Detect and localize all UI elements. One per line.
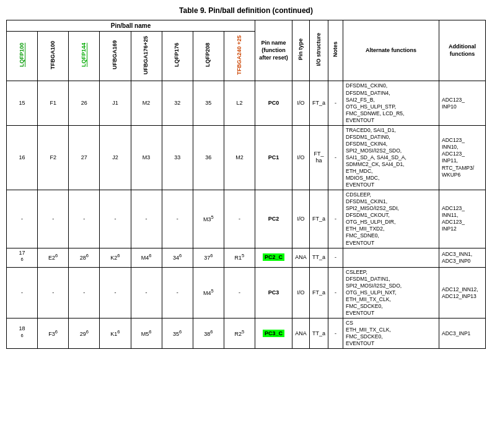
table-cell: - (224, 267, 255, 318)
col-lqfp100: LQFP100 (7, 32, 38, 81)
table-cell: - (162, 267, 193, 318)
table-cell: - (7, 267, 38, 318)
alternate-functions-header: Alternate functions (343, 20, 439, 81)
table-cell: E26 (38, 248, 69, 267)
col-ufbga176: UFBGA176+25 (131, 32, 162, 81)
table-cell: I/O (292, 81, 310, 125)
pin-name-cell: PC3_C (255, 318, 292, 349)
additional-functions-cell: ADC3_INP1 (439, 318, 486, 349)
header-row-1: Pin/ball name Pin name (function after r… (7, 20, 486, 32)
table-row: 15F126J1M23235L2PC0I/OFT_a-DFSDM1_CKIN0,… (7, 81, 486, 125)
col-lqfp208: LQFP208 (193, 32, 224, 81)
table-cell: - (328, 81, 343, 125)
table-cell: FT_a (310, 81, 328, 125)
table-cell: 356 (162, 318, 193, 349)
table-cell: 186 (7, 318, 38, 349)
additional-functions-cell: ADC123_INN11,ADC123_INP12 (439, 190, 486, 248)
table-cell: R15 (224, 248, 255, 267)
table-cell: M45 (193, 267, 224, 318)
table-cell: - (100, 190, 131, 248)
table-cell: 376 (193, 248, 224, 267)
table-cell: K26 (100, 248, 131, 267)
table-cell: F1 (38, 81, 69, 125)
table-cell: 176 (7, 248, 38, 267)
pin-name-cell: PC3 (255, 267, 292, 318)
additional-functions-cell: ADC123_INN10,ADC123_INP11,RTC_TAMP3/WKUP… (439, 125, 486, 190)
table-cell: R25 (224, 318, 255, 349)
table-cell: I/O (292, 125, 310, 190)
pinball-group-header: Pin/ball name (7, 20, 255, 32)
table-cell: 36 (193, 125, 224, 190)
table-cell: - (38, 267, 69, 318)
table-cell: - (328, 248, 343, 267)
additional-functions-cell: ADC123_INP10 (439, 81, 486, 125)
table-cell: - (38, 190, 69, 248)
col-lqfp176: LQFP176 (162, 32, 193, 81)
table-row: 186F36296K16M56356386R25PC3_CANATT_a-CSE… (7, 318, 486, 349)
table-cell: 346 (162, 248, 193, 267)
table-row: ------M35-PC2I/OFT_a-CDSLEEP,DFSDM1_CKIN… (7, 190, 486, 248)
table-cell: ANA (292, 248, 310, 267)
table-cell: 286 (69, 248, 100, 267)
table-cell: 35 (193, 81, 224, 125)
table-cell: 296 (69, 318, 100, 349)
table-row: ------M45-PC3I/OFT_a-CSLEEP,DFSDM1_DATIN… (7, 267, 486, 318)
table-cell: - (131, 190, 162, 248)
table-cell: I/O (292, 190, 310, 248)
table-cell: 16 (7, 125, 38, 190)
table-cell: - (224, 190, 255, 248)
table-cell: - (131, 267, 162, 318)
alternate-functions-cell: DFSDM1_CKIN0,DFSDM1_DATIN4,SAI2_FS_B,OTG… (343, 81, 439, 125)
table-cell: - (328, 267, 343, 318)
table-row: 16F227J2M33336M2PC1I/OFT_ha-TRACED0, SAI… (7, 125, 486, 190)
table-cell: M56 (131, 318, 162, 349)
table-cell: - (7, 190, 38, 248)
table-cell: - (100, 267, 131, 318)
pin-name-cell: PC0 (255, 81, 292, 125)
table-cell: F2 (38, 125, 69, 190)
table-cell: 15 (7, 81, 38, 125)
col-tfbga100: TFBGA100 (38, 32, 69, 81)
table-cell: - (69, 267, 100, 318)
table-cell: 33 (162, 125, 193, 190)
table-cell: L2 (224, 81, 255, 125)
table-cell: 27 (69, 125, 100, 190)
table-cell: - (328, 190, 343, 248)
alternate-functions-cell (343, 248, 439, 267)
table-cell: I/O (292, 267, 310, 318)
pin-name-cell: PC2_C (255, 248, 292, 267)
table-cell: M2 (131, 81, 162, 125)
col-tfbga240: TFBGA240 +25 (224, 32, 255, 81)
io-structure-header: I/O structure (310, 20, 328, 81)
table-cell: 32 (162, 81, 193, 125)
table-cell: 386 (193, 318, 224, 349)
alternate-functions-cell: CSETH_MII_TX_CLK,FMC_SDCKE0,EVENTOUT (343, 318, 439, 349)
pin-definition-table: Pin/ball name Pin name (function after r… (6, 20, 486, 349)
pin-name-header: Pin name (function after reset) (255, 20, 292, 81)
additional-functions-cell: ADC12_INN12,ADC12_INP13 (439, 267, 486, 318)
table-cell: TT_a (310, 318, 328, 349)
table-cell: - (328, 125, 343, 190)
table-row: 176E26286K26M46346376R15PC2_CANATT_a-ADC… (7, 248, 486, 267)
table-cell: - (328, 318, 343, 349)
table-cell: J1 (100, 81, 131, 125)
table-cell: K16 (100, 318, 131, 349)
alternate-functions-cell: TRACED0, SAI1_D1,DFSDM1_DATIN0,DFSDM1_CK… (343, 125, 439, 190)
table-cell: M46 (131, 248, 162, 267)
additional-functions-cell: ADC3_INN1,ADC3_INP0 (439, 248, 486, 267)
page-title: Table 9. Pin/ball definition (continued) (6, 6, 486, 15)
pin-name-cell: PC2 (255, 190, 292, 248)
table-cell: FT_a (310, 190, 328, 248)
table-cell: M3 (131, 125, 162, 190)
table-cell: - (162, 190, 193, 248)
table-cell: FT_ha (310, 125, 328, 190)
table-cell: M2 (224, 125, 255, 190)
table-cell: J2 (100, 125, 131, 190)
col-ufbga169: UFBGA169 (100, 32, 131, 81)
table-cell: - (69, 190, 100, 248)
table-cell: F36 (38, 318, 69, 349)
table-cell: TT_a (310, 248, 328, 267)
table-cell: 26 (69, 81, 100, 125)
table-cell: M35 (193, 190, 224, 248)
pin-type-header: Pin type (292, 20, 310, 81)
